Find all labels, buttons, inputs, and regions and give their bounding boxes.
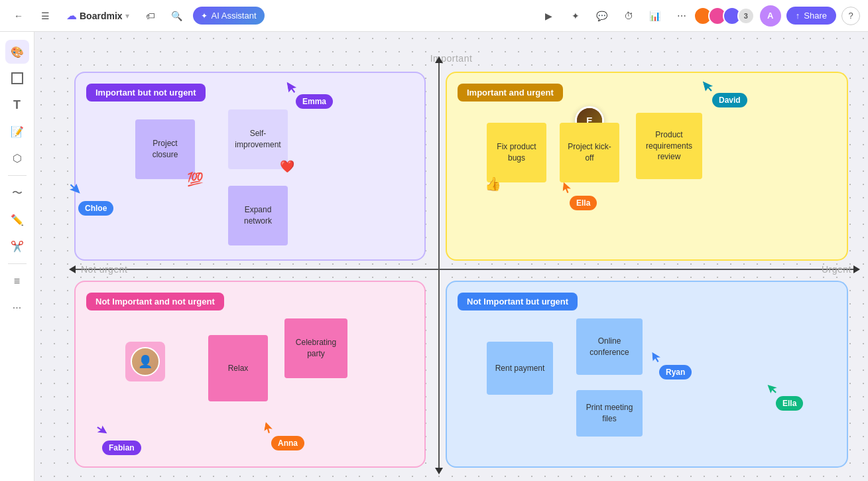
note-party-text: Celebrating party (290, 337, 342, 360)
share-button[interactable]: ↑ Share (786, 7, 836, 25)
arrow-up-icon (435, 56, 443, 63)
chart-button[interactable]: 📊 (645, 5, 666, 27)
note-conference-text: Online conference (582, 336, 637, 358)
cursor-fabian: Fabian (95, 425, 141, 455)
cursor-ryan: Ryan (652, 352, 692, 379)
axis-horizontal (74, 269, 855, 270)
help-button[interactable]: ? (841, 7, 860, 25)
axis-not-urgent-label: Not urgent (81, 264, 127, 275)
timer-icon: ⏱ (624, 11, 633, 21)
user-label-emma: Emma (296, 94, 333, 109)
play-icon: ▶ (545, 11, 552, 21)
note-product-requirements[interactable]: Product requirements review (636, 113, 702, 179)
sidebar-item-shape[interactable] (5, 66, 29, 90)
note-self-improvement[interactable]: Self-improvement (228, 109, 288, 169)
sidebar-item-list[interactable]: ≡ (5, 269, 29, 293)
help-icon: ? (848, 11, 853, 21)
axis-vertical (438, 62, 440, 469)
note-print-meeting[interactable]: Print meeting files (576, 390, 643, 437)
sidebar-item-text[interactable]: T (5, 93, 29, 117)
cursor-anna: Anna (265, 423, 304, 450)
more-sidebar-icon: ··· (13, 302, 21, 314)
play-button[interactable]: ▶ (538, 5, 560, 27)
back-button[interactable]: ← (8, 5, 29, 27)
arrow-down-icon (435, 468, 443, 474)
menu-icon: ☰ (41, 11, 50, 21)
note-relax-text: Relax (228, 363, 249, 374)
quadrant-top-right-label: Important and urgent (458, 84, 563, 102)
more-icon: ⋯ (677, 11, 686, 21)
user-label-anna: Anna (271, 436, 304, 450)
star-icon: ✦ (572, 11, 580, 21)
emoji-thumbsup: 👍 (485, 176, 501, 192)
axis-urgent-label: Urgent (822, 264, 851, 275)
sidebar-item-note[interactable]: 📝 (5, 119, 29, 143)
cut-icon: ✂️ (11, 240, 24, 253)
user-label-david: David (712, 93, 747, 107)
share-icon: ↑ (796, 11, 800, 21)
sidebar-item-cut[interactable]: ✂️ (5, 234, 29, 258)
sidebar-item-draw[interactable]: ✏️ (5, 208, 29, 232)
more-toolbar-button[interactable]: ⋯ (671, 5, 692, 27)
note-photo-placeholder: 👤 (125, 342, 165, 381)
sidebar-divider-1 (8, 175, 27, 176)
note-kickoff-text: Project kick-off (565, 141, 614, 164)
note-online-conference[interactable]: Online conference (576, 318, 643, 375)
diagram-icon: ⬡ (13, 152, 22, 165)
my-avatar[interactable]: A (760, 5, 781, 27)
quadrant-top-left-label: Important but not urgent (86, 84, 206, 102)
menu-button[interactable]: ☰ (34, 5, 56, 27)
list-icon: ≡ (14, 275, 20, 287)
bookmark-icon: 🏷 (146, 11, 155, 21)
note-print-text: Print meeting files (582, 402, 637, 425)
quadrant-bottom-left-label: Not Important and not urgent (86, 293, 224, 310)
ai-assistant-button[interactable]: ✦ AI Assistant (193, 7, 265, 25)
svg-marker-5 (264, 422, 274, 434)
svg-marker-0 (286, 80, 297, 94)
sidebar-item-color[interactable]: 🎨 (5, 40, 29, 64)
cursor-chloe: Chloe (68, 182, 113, 216)
sidebar-divider-2 (8, 263, 27, 264)
color-icon: 🎨 (11, 46, 24, 58)
shape-icon (11, 72, 23, 84)
chat-icon: 💬 (596, 11, 607, 21)
svg-marker-3 (562, 182, 571, 193)
cursor-emma: Emma (288, 81, 333, 109)
note-project-closure[interactable]: Project closure (135, 119, 195, 179)
pen-icon: 〜 (12, 186, 23, 200)
sidebar-item-more[interactable]: ··· (5, 296, 29, 320)
timer-button[interactable]: ⏱ (618, 5, 639, 27)
quadrant-top-left: Important but not urgent Project closure… (74, 72, 426, 261)
canvas[interactable]: Important Not urgent Urgent Important bu… (34, 32, 868, 481)
quadrant-top-right: Important and urgent Fix product bugs 👍 … (446, 72, 848, 261)
user-label-ryan: Ryan (659, 365, 692, 379)
emoji-heart: ❤️ (280, 159, 294, 174)
logo-text: Boardmix (80, 11, 123, 21)
chart-icon: 📊 (649, 11, 660, 21)
note-expand-network[interactable]: Expand network (228, 186, 288, 245)
note-rent-payment[interactable]: Rent payment (487, 342, 553, 395)
bookmark-button[interactable]: 🏷 (140, 5, 161, 27)
note-project-kickoff[interactable]: Project kick-off (560, 123, 619, 182)
note-self-improvement-text: Self-improvement (233, 128, 282, 151)
chat-button[interactable]: 💬 (591, 5, 613, 27)
sidebar-item-pen[interactable]: 〜 (5, 181, 29, 205)
note-project-closure-text: Project closure (141, 138, 190, 161)
search-button[interactable]: 🔍 (166, 5, 188, 27)
cloud-icon: ☁ (66, 9, 77, 22)
user-label-fabian: Fabian (102, 441, 141, 455)
sidebar-item-diagram[interactable]: ⬡ (5, 146, 29, 170)
note-rent-text: Rent payment (495, 363, 545, 374)
note-celebrating-party[interactable]: Celebrating party (284, 318, 347, 378)
user-label-chloe: Chloe (78, 201, 113, 216)
cursor-ella-top: Ella (563, 182, 597, 210)
arrow-right-icon (853, 265, 860, 273)
note-fix-product-bugs[interactable]: Fix product bugs (487, 123, 546, 182)
star-button[interactable]: ✦ (565, 5, 586, 27)
logo-area[interactable]: ☁ Boardmix ▾ (61, 7, 135, 25)
avatar-count: 3 (737, 7, 755, 25)
cursor-ella-bottom: Ella (769, 383, 803, 411)
note-requirements-text: Product requirements review (641, 129, 697, 163)
note-relax[interactable]: Relax (208, 335, 268, 401)
note-fix-bugs-text: Fix product bugs (492, 141, 541, 164)
